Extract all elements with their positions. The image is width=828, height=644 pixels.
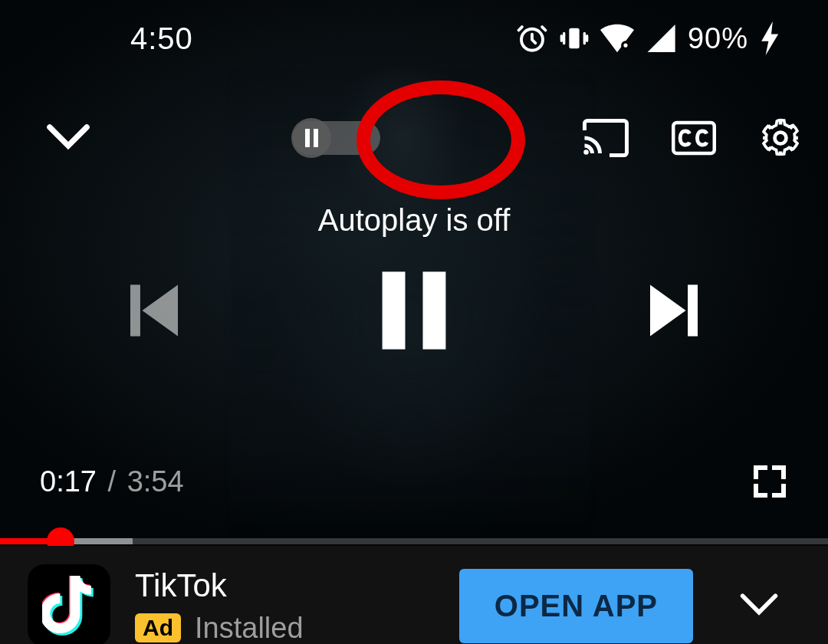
autoplay-toggle-knob [291,118,331,158]
collapse-icon[interactable] [46,123,90,150]
gear-icon[interactable] [759,117,802,159]
ad-banner: TikTok Ad Installed OPEN APP [0,546,828,644]
ad-app-name[interactable]: TikTok [135,567,435,604]
ad-app-icon[interactable] [28,564,110,644]
cell-signal-icon [645,25,675,52]
svg-rect-9 [423,271,446,349]
autoplay-status-label: Autoplay is off [0,203,828,238]
ad-badge: Ad [135,613,181,642]
svg-point-6 [775,133,787,144]
status-bar: 4:50 90% [0,0,828,77]
ad-text: TikTok Ad Installed [135,567,435,645]
vibrate-icon [559,23,590,54]
tiktok-logo-icon [42,576,96,636]
battery-percentage: 90% [688,22,748,55]
fullscreen-icon[interactable] [751,463,788,500]
time-row: 0:17 / 3:54 [0,463,828,500]
next-track-button[interactable] [650,284,698,337]
player-top-controls [0,115,828,161]
status-icons: 90% [516,21,782,55]
cast-icon[interactable] [583,119,629,157]
svg-rect-8 [383,271,406,349]
wifi-icon [600,24,634,53]
svg-point-3 [623,44,627,48]
previous-track-button[interactable] [130,284,178,337]
chevron-down-icon [739,593,779,616]
svg-rect-10 [688,284,698,336]
alarm-icon [516,22,548,54]
ad-install-status: Installed [195,612,304,645]
svg-rect-7 [130,284,140,336]
cc-icon[interactable] [672,120,716,156]
playback-time: 0:17 / 3:54 [40,465,184,498]
open-app-button[interactable]: OPEN APP [459,569,693,643]
time-current: 0:17 [40,465,97,498]
svg-point-4 [583,150,589,155]
playback-controls [0,268,828,353]
svg-rect-1 [569,28,579,49]
charging-bolt-icon [761,21,782,55]
status-clock: 4:50 [130,21,193,56]
ad-expand-button[interactable] [718,593,800,619]
seek-bar[interactable] [0,538,828,544]
pause-button[interactable] [379,271,449,350]
autoplay-toggle[interactable] [293,121,380,155]
time-total: 3:54 [127,465,184,498]
time-separator: / [108,465,117,498]
